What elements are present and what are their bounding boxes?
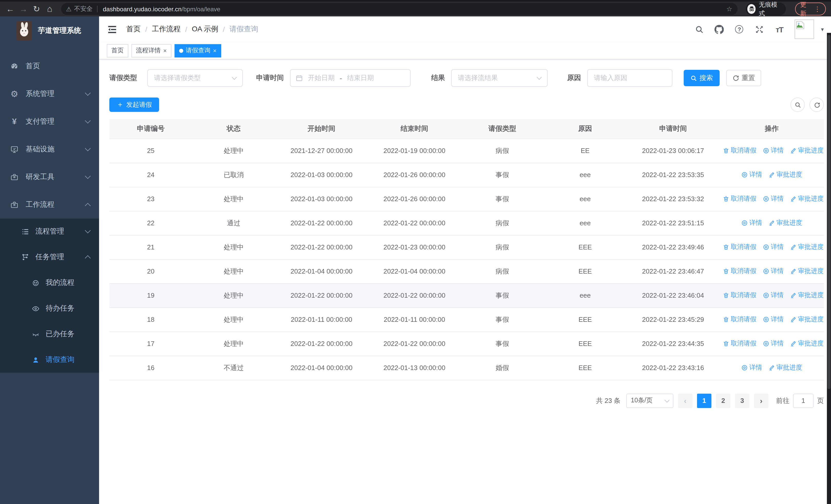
- browser-reload-button[interactable]: ↻: [32, 5, 41, 13]
- progress-action-link[interactable]: 审批进度: [790, 315, 824, 324]
- cancel-action-link[interactable]: 取消请假: [722, 267, 756, 275]
- tab-process-detail[interactable]: 流程详情 ×: [132, 44, 171, 57]
- table-row[interactable]: 19处理中2022-01-22 00:00:002022-01-22 00:00…: [109, 283, 824, 307]
- apply-time-range-picker[interactable]: 开始日期 - 结束日期: [290, 69, 411, 87]
- progress-action-link[interactable]: 审批进度: [768, 218, 802, 227]
- page-button-1[interactable]: 1: [697, 393, 711, 408]
- reset-button[interactable]: 重置: [726, 70, 761, 86]
- sidebar-fold-icon[interactable]: [107, 25, 117, 34]
- browser-back-button[interactable]: ←: [5, 5, 15, 13]
- cell-status: 处理中: [192, 331, 275, 356]
- sidebar-item-task-mgmt[interactable]: 任务管理: [0, 244, 99, 270]
- create-leave-button[interactable]: ＋ 发起请假: [109, 97, 159, 112]
- sidebar-item-infra[interactable]: 基础设施: [0, 136, 99, 163]
- page-scrollbar[interactable]: [827, 33, 831, 504]
- detail-action-link[interactable]: 详情: [763, 146, 783, 155]
- search-button[interactable]: 搜索: [684, 70, 720, 86]
- leave-type-select[interactable]: 请选择请假类型: [147, 69, 243, 87]
- toggle-search-button[interactable]: [791, 97, 805, 112]
- page-button-3[interactable]: 3: [735, 393, 749, 408]
- omnibox-divider: [97, 6, 98, 12]
- table-row[interactable]: 25处理中2021-12-27 00:00:002022-01-19 00:00…: [109, 139, 824, 163]
- sidebar-item-todo-tasks[interactable]: 待办任务: [0, 296, 99, 321]
- cancel-action-link[interactable]: 取消请假: [722, 339, 756, 348]
- progress-action-link[interactable]: 审批进度: [790, 242, 824, 251]
- table-row[interactable]: 18处理中2022-01-11 00:00:002022-01-11 00:00…: [109, 307, 824, 331]
- detail-action-link[interactable]: 详情: [741, 170, 762, 179]
- close-icon[interactable]: ×: [213, 47, 217, 54]
- page-size-select[interactable]: 10条/页: [626, 393, 674, 408]
- result-select[interactable]: 请选择流结果: [451, 69, 548, 87]
- fullscreen-icon[interactable]: [755, 25, 764, 34]
- col-start-time: 开始时间: [275, 119, 368, 139]
- table-row[interactable]: 23处理中2022-01-03 00:00:002022-01-26 00:00…: [109, 187, 824, 211]
- progress-action-link[interactable]: 审批进度: [790, 291, 824, 299]
- table-row[interactable]: 24已取消2022-01-03 00:00:002022-01-26 00:00…: [109, 163, 824, 187]
- help-icon[interactable]: ?: [735, 25, 744, 34]
- table-row[interactable]: 21处理中2022-01-22 00:00:002022-01-23 00:00…: [109, 235, 824, 259]
- app-logo[interactable]: 芋道管理系统: [0, 17, 99, 45]
- browser-forward-button[interactable]: →: [18, 5, 28, 13]
- cancel-action-link[interactable]: 取消请假: [722, 315, 756, 324]
- cancel-action-link[interactable]: 取消请假: [722, 242, 756, 251]
- progress-action-link[interactable]: 审批进度: [790, 194, 824, 203]
- tab-leave-query[interactable]: 请假查询 ×: [174, 44, 221, 57]
- detail-action-link[interactable]: 详情: [763, 315, 783, 324]
- cancel-action-link[interactable]: 取消请假: [722, 291, 756, 299]
- github-icon[interactable]: [715, 25, 724, 34]
- security-label[interactable]: 不安全: [74, 5, 93, 13]
- reason-input[interactable]: 请输入原因: [587, 69, 672, 87]
- progress-action-link[interactable]: 审批进度: [790, 146, 824, 155]
- scrollbar-thumb[interactable]: [827, 35, 830, 389]
- address-bar[interactable]: ⚠ 不安全 dashboard.yudao.iocoder.cn/bpm/oa/…: [61, 3, 737, 15]
- chevron-down-icon[interactable]: ▾: [821, 26, 824, 33]
- page-button-2[interactable]: 2: [716, 393, 730, 408]
- bookmark-star-icon[interactable]: ☆: [726, 5, 732, 13]
- cancel-action-label: 取消请假: [730, 315, 756, 324]
- browser-menu-icon[interactable]: ⋮: [814, 5, 821, 13]
- table-row[interactable]: 22通过2022-01-22 00:00:002022-01-22 00:00:…: [109, 211, 824, 235]
- next-page-button[interactable]: ›: [754, 393, 768, 408]
- cancel-action-label: 取消请假: [730, 267, 756, 275]
- font-size-icon[interactable]: ᴛT: [775, 25, 784, 34]
- detail-action-link[interactable]: 详情: [763, 267, 783, 275]
- browser-update-button[interactable]: 更新 ⋮: [795, 3, 826, 16]
- sidebar-item-workflow[interactable]: 工作流程: [0, 191, 99, 219]
- detail-action-link[interactable]: 详情: [763, 339, 783, 348]
- prev-page-button[interactable]: ‹: [678, 393, 692, 408]
- progress-action-link[interactable]: 审批进度: [790, 267, 824, 275]
- sidebar-item-done-tasks[interactable]: 已办任务: [0, 321, 99, 347]
- table-row[interactable]: 20处理中2022-01-04 00:00:002022-01-04 00:00…: [109, 259, 824, 283]
- progress-action-link[interactable]: 审批进度: [790, 339, 824, 348]
- sidebar-item-my-process[interactable]: 我的流程: [0, 270, 99, 296]
- detail-action-label: 详情: [771, 291, 783, 299]
- cancel-action-link[interactable]: 取消请假: [722, 194, 756, 203]
- search-icon[interactable]: [695, 25, 704, 34]
- progress-action-link[interactable]: 审批进度: [768, 170, 802, 179]
- browser-home-button[interactable]: ⌂: [45, 5, 55, 13]
- detail-action-link[interactable]: 详情: [763, 242, 783, 251]
- sidebar-item-system[interactable]: ⚙ 系统管理: [0, 80, 99, 108]
- progress-action-link[interactable]: 审批进度: [768, 363, 802, 372]
- sidebar-item-home[interactable]: 首页: [0, 52, 99, 80]
- detail-action-link[interactable]: 详情: [763, 194, 783, 203]
- breadcrumb-item[interactable]: 首页: [126, 25, 141, 34]
- detail-action-link[interactable]: 详情: [763, 291, 783, 299]
- sidebar-item-devtools[interactable]: 研发工具: [0, 163, 99, 191]
- refresh-table-button[interactable]: [809, 97, 824, 112]
- table-row[interactable]: 16不通过2022-01-04 00:00:002022-01-13 00:00…: [109, 356, 824, 380]
- avatar[interactable]: [795, 20, 814, 39]
- sidebar-item-payment[interactable]: ¥ 支付管理: [0, 108, 99, 136]
- security-warning-icon[interactable]: ⚠: [66, 5, 71, 12]
- breadcrumb-item[interactable]: OA 示例: [192, 25, 219, 34]
- sidebar-item-process-mgmt[interactable]: 流程管理: [0, 219, 99, 244]
- detail-action-link[interactable]: 详情: [741, 363, 762, 372]
- breadcrumb-item[interactable]: 工作流程: [152, 25, 181, 34]
- sidebar-item-leave-query[interactable]: 请假查询: [0, 347, 99, 373]
- goto-page-input[interactable]: 1: [793, 393, 813, 408]
- detail-action-link[interactable]: 详情: [741, 218, 762, 227]
- cancel-action-link[interactable]: 取消请假: [722, 146, 756, 155]
- table-row[interactable]: 17处理中2022-01-22 00:00:002022-01-22 00:00…: [109, 331, 824, 356]
- close-icon[interactable]: ×: [163, 47, 167, 54]
- tab-home[interactable]: 首页: [107, 44, 128, 57]
